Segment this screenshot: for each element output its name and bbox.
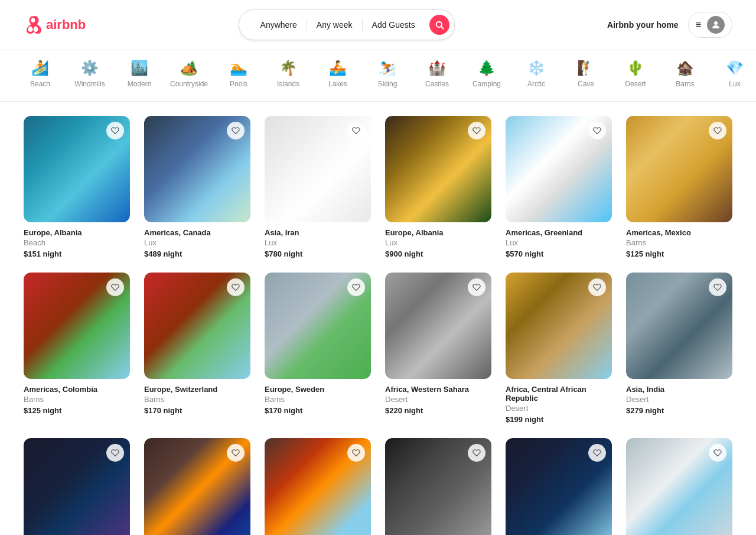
category-nav: 🏄 Beach ⚙️ Windmills 🏙️ Modern 🏕️ Countr… <box>0 50 756 102</box>
category-desert[interactable]: 🌵 Desert <box>619 60 652 92</box>
listing-card[interactable]: Africa, Central African Republic Desert … <box>506 273 612 424</box>
favorite-button[interactable] <box>106 278 124 296</box>
listing-card[interactable]: Europe, Sweden Barns $170 night <box>265 273 371 424</box>
listing-card[interactable]: Africa, Western Sahara Desert $220 night <box>385 273 491 424</box>
lux-icon: 💎 <box>726 60 744 76</box>
favorite-button[interactable] <box>468 122 485 140</box>
favorite-button[interactable] <box>468 278 485 296</box>
listing-card[interactable]: Europe, Albania Lux $900 night <box>385 116 491 258</box>
favorite-button[interactable] <box>227 278 245 296</box>
listing-location: Americas, Colombia <box>24 385 130 394</box>
category-countryside[interactable]: 🏕️ Countryside <box>172 60 206 92</box>
listing-type: Lux <box>385 238 491 247</box>
listing-card[interactable]: Unknown Cave $210 night <box>506 438 612 535</box>
listing-type: Desert <box>385 395 491 404</box>
category-camping[interactable]: 🌲 Camping <box>470 60 503 92</box>
category-label-camping: Camping <box>472 80 501 88</box>
listing-type: Barns <box>626 238 732 247</box>
islands-icon: 🌴 <box>279 60 297 76</box>
category-beach[interactable]: 🏄 Beach <box>24 60 57 92</box>
listing-image-wrapper <box>265 438 371 535</box>
listing-image-wrapper <box>385 273 491 379</box>
search-bar[interactable]: Anywhere Any week Add Guests <box>239 9 455 40</box>
favorite-button[interactable] <box>347 444 365 462</box>
category-barns[interactable]: 🏚️ Barns <box>669 60 702 92</box>
price-label: night <box>525 249 544 258</box>
category-label-countryside: Countryside <box>170 80 208 88</box>
price-label: night <box>646 406 664 415</box>
logo[interactable]: airbnb <box>24 15 86 34</box>
favorite-button[interactable] <box>347 122 365 140</box>
listing-card[interactable]: Americas, Canada Lux $489 night <box>144 116 250 258</box>
favorite-button[interactable] <box>588 122 606 140</box>
favorite-button[interactable] <box>709 278 726 296</box>
listing-image-wrapper <box>626 273 732 379</box>
barns-icon: 🏚️ <box>676 60 694 76</box>
category-lux[interactable]: 💎 Lux <box>718 60 751 92</box>
lakes-icon: 🚣 <box>329 60 347 76</box>
logo-icon <box>24 15 43 34</box>
listing-card[interactable]: Europe, Albania Beach $151 night <box>24 116 130 258</box>
category-lakes[interactable]: 🚣 Lakes <box>321 60 354 92</box>
listing-card[interactable]: Unknown Cave $195 night <box>265 438 371 535</box>
category-label-modern: Modern <box>128 80 152 88</box>
search-button[interactable] <box>429 15 449 35</box>
category-castles[interactable]: 🏰 Castles <box>421 60 454 92</box>
skiing-icon: ⛷️ <box>379 60 396 76</box>
listing-card[interactable]: Unknown Arctic $350 night <box>626 438 732 535</box>
listing-image-wrapper <box>265 273 371 379</box>
listing-card[interactable]: Europe, Switzerland Barns $170 night <box>144 273 250 424</box>
listing-price: $780 night <box>265 249 371 258</box>
category-label-pools: Pools <box>230 80 247 88</box>
category-skiing[interactable]: ⛷️ Skiing <box>371 60 404 92</box>
favorite-button[interactable] <box>709 444 726 462</box>
price-amount: $170 <box>144 406 161 415</box>
listing-card[interactable]: Asia, India Desert $279 night <box>626 273 732 424</box>
listing-card[interactable]: Americas, Colombia Barns $125 night <box>24 273 130 424</box>
category-pools[interactable]: 🏊 Pools <box>222 60 255 92</box>
category-label-windmills: Windmills <box>74 80 105 88</box>
favorite-button[interactable] <box>588 444 606 462</box>
guests-search[interactable]: Add Guests <box>363 19 425 31</box>
listing-card[interactable]: Unknown Cave $240 night <box>144 438 250 535</box>
listing-price: $125 night <box>24 406 130 415</box>
listing-location: Americas, Mexico <box>626 228 732 237</box>
header-right: Airbnb your home ≡ <box>607 12 732 38</box>
price-label: night <box>405 406 423 415</box>
favorite-button[interactable] <box>106 122 124 140</box>
camping-icon: 🌲 <box>478 60 496 76</box>
category-windmills[interactable]: ⚙️ Windmills <box>73 60 106 92</box>
favorite-button[interactable] <box>227 444 245 462</box>
category-modern[interactable]: 🏙️ Modern <box>123 60 156 92</box>
category-arctic[interactable]: ❄️ Arctic <box>520 60 553 92</box>
favorite-button[interactable] <box>227 122 245 140</box>
listing-price: $900 night <box>385 249 491 258</box>
category-label-beach: Beach <box>30 80 50 88</box>
category-label-arctic: Arctic <box>527 80 545 88</box>
favorite-button[interactable] <box>468 444 485 462</box>
airbnb-home-link[interactable]: Airbnb your home <box>607 20 679 30</box>
price-amount: $489 <box>144 249 161 258</box>
header: airbnb Anywhere Any week Add Guests Airb… <box>0 0 756 50</box>
favorite-button[interactable] <box>709 122 726 140</box>
listing-type: Desert <box>626 395 732 404</box>
cave-icon: 🧗 <box>577 60 595 76</box>
category-label-lakes: Lakes <box>328 80 347 88</box>
desert-icon: 🌵 <box>627 60 644 76</box>
category-cave[interactable]: 🧗 Cave <box>569 60 602 92</box>
location-search[interactable]: Anywhere <box>251 19 307 31</box>
listing-card[interactable]: Asia, Iran Lux $780 night <box>265 116 371 258</box>
favorite-button[interactable] <box>106 444 124 462</box>
listing-card[interactable]: Unknown Cave $320 night <box>385 438 491 535</box>
listing-type: Barns <box>144 395 250 404</box>
menu-avatar[interactable]: ≡ <box>688 12 732 38</box>
listing-card[interactable]: Americas, Greenland Lux $570 night <box>506 116 612 258</box>
date-search[interactable]: Any week <box>307 19 363 31</box>
listing-location: Americas, Greenland <box>506 228 612 237</box>
listing-location: Africa, Western Sahara <box>385 385 491 394</box>
favorite-button[interactable] <box>588 278 606 296</box>
favorite-button[interactable] <box>347 278 365 296</box>
listing-card[interactable]: Unknown Cave $180 night <box>24 438 130 535</box>
category-islands[interactable]: 🌴 Islands <box>272 60 305 92</box>
listing-card[interactable]: Americas, Mexico Barns $125 night <box>626 116 732 258</box>
